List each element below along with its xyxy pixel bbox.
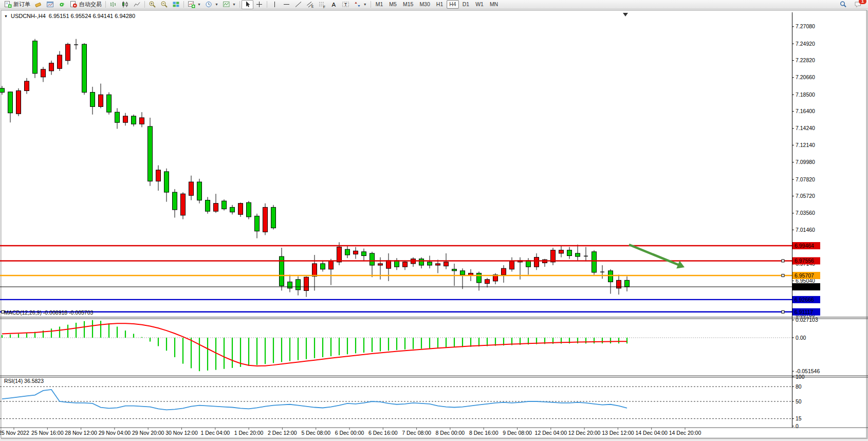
candle-body [8,92,13,113]
candle [222,199,227,211]
line-price-tag-label: 6.95707 [795,272,814,279]
periods-button[interactable]: ▼ [203,0,220,9]
timeframe-button-mn[interactable]: MN [487,0,501,9]
tile-windows-icon [172,1,180,8]
chart-collapse-icon[interactable]: ▼ [4,14,8,18]
candle-body [230,207,235,212]
candle [271,205,276,230]
dropdown-arrow-icon[interactable]: ▼ [232,3,236,6]
horizontal-line-tool[interactable] [281,0,292,9]
chart-window-background [1,10,866,438]
timeframe-button-m5[interactable]: M5 [386,0,399,9]
time-axis-label: 13 Dec 12:00 [602,430,634,436]
line-price-tag-label: 6.99464 [795,243,814,249]
toolbar-separator [144,1,145,8]
timeframe-button-m15[interactable]: M15 [400,0,416,9]
time-axis-label: 7 Dec 08:00 [402,430,431,436]
new-order-button[interactable]: 新订单 [2,0,32,9]
candle-body [337,247,342,262]
chart-window-icon [46,1,54,8]
cursor-icon [244,1,251,8]
zoom-out-icon [160,1,168,8]
tile-windows-button[interactable] [170,0,182,9]
vertical-line-tool[interactable] [269,0,281,9]
notification-badge: 1 [859,0,866,4]
trendline-tool[interactable] [292,0,304,9]
chart-symbol-period: USDCNH-,H4 [11,13,46,19]
eraser-button[interactable] [32,0,44,9]
zoom-out-button[interactable] [158,0,170,9]
candle-body [386,261,391,268]
candle [197,179,202,204]
line-handle[interactable] [782,260,784,262]
price-tick-label: 7.24920 [796,41,815,47]
price-tick-label: 7.12140 [796,142,815,148]
svg-text:E: E [311,5,314,8]
bar-chart-button[interactable] [107,0,119,9]
rsi-indicator-label: RSI(14) 36.5823 [4,378,44,384]
text-label-tool[interactable]: T [340,0,352,9]
line-price-tag-label: 6.97556 [795,258,814,264]
rsi-axis-label: 0 [796,423,799,429]
dropdown-arrow-icon[interactable]: ▼ [197,3,201,6]
timeframe-button-m30[interactable]: M30 [417,0,432,9]
price-tick-label: 7.16400 [796,108,815,114]
line-handle[interactable] [782,310,784,313]
candle-body [559,250,564,253]
candle-body [419,259,424,265]
price-tick-label: 7.22820 [796,57,815,63]
time-axis-label: 30 Nov 12:00 [165,430,198,436]
toolbar-separator [183,1,184,8]
timeframe-button-h1[interactable]: H1 [434,0,446,9]
dropdown-arrow-icon[interactable]: ▼ [363,3,367,6]
candle-body [255,216,260,231]
arrows-tool[interactable]: ▼ [352,0,369,9]
macd-axis-label: 0.027103 [796,317,818,323]
chart-canvas[interactable]: 0.0271030.00-0.051546MACD(12,26,9) -0.00… [0,9,868,441]
toolbar-separator [371,1,371,8]
notifications-button[interactable]: 1 [852,0,864,9]
crosshair-tool-button[interactable] [253,0,265,9]
toolbar-separator [267,1,267,8]
text-tool[interactable]: A [328,0,340,9]
candle-body [608,271,613,282]
zoom-in-button[interactable] [146,0,158,9]
candle-body [181,194,186,215]
candle-body [66,44,70,61]
candle-body [436,264,440,265]
search-button[interactable] [837,0,849,9]
candle-body [510,261,514,269]
line-chart-button[interactable] [131,0,143,9]
svg-text:F: F [323,5,325,9]
horizontal-line-icon [283,1,290,8]
candle-body [164,172,169,192]
signals-button[interactable] [56,0,68,9]
templates-button[interactable]: ▼ [220,0,238,9]
candle-body [263,207,268,232]
candle [247,201,251,219]
autotrading-button[interactable]: 自动交易 [68,0,104,9]
time-axis-label: 25 Nov 2022 [0,430,29,436]
candle-body [148,126,153,181]
time-axis-label: 8 Dec 00:00 [436,430,465,436]
price-tick-label: 7.09980 [796,159,815,165]
candle-body [502,268,506,274]
candle [148,118,153,186]
timeframe-button-d1[interactable]: D1 [460,0,472,9]
new-chart-button[interactable] [44,0,56,9]
indicators-button[interactable]: ▼ [186,0,203,9]
candle-body [329,261,334,269]
line-handle[interactable] [782,274,784,277]
candlestick-chart-button[interactable] [119,0,131,9]
line-price-tag-label: 6.92666 [795,297,814,303]
trendline-icon [294,1,302,8]
timeframe-button-w1[interactable]: W1 [473,0,486,9]
candle-body [222,201,227,209]
timeframe-button-m1[interactable]: M1 [373,0,386,9]
cursor-tool-button[interactable] [242,0,253,9]
equidistant-channel-tool[interactable]: E [304,0,316,9]
new-order-button-label: 新订单 [13,1,30,8]
fibonacci-tool[interactable]: F [316,0,328,9]
dropdown-arrow-icon[interactable]: ▼ [215,3,218,6]
timeframe-button-h4[interactable]: H4 [447,0,458,9]
